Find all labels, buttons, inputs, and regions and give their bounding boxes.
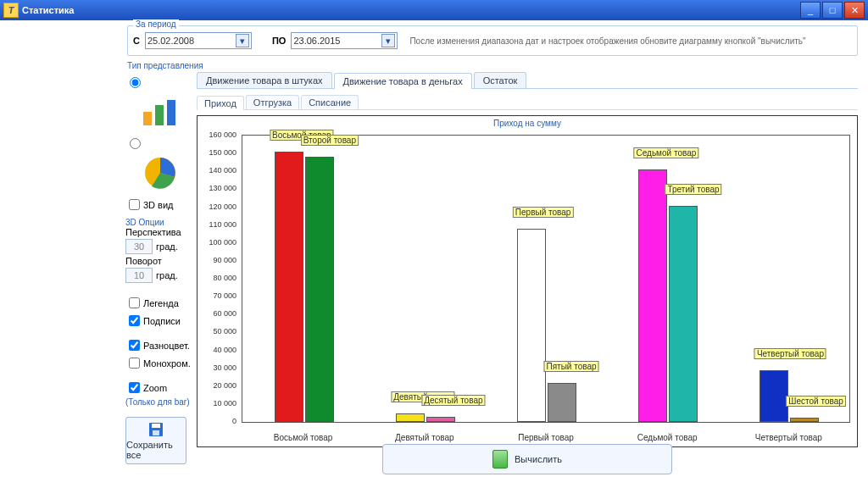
x-group-label: Первый товар <box>518 433 574 442</box>
left-panel: 3D вид 3D Опции Перспектива 30град. Пово… <box>125 71 195 480</box>
svg-rect-0 <box>143 112 152 125</box>
save-label: Сохранить все <box>126 440 186 460</box>
tab-sub-1[interactable]: Отгрузка <box>246 95 299 109</box>
bar[interactable] <box>790 418 819 422</box>
svg-rect-2 <box>167 100 175 125</box>
to-date-input[interactable]: 23.06.2015 ▾ <box>291 32 398 49</box>
y-tick: 80 000 <box>213 274 236 282</box>
maximize-button[interactable]: □ <box>822 2 843 19</box>
save-all-button[interactable]: Сохранить все <box>125 417 186 464</box>
tab-sub-0[interactable]: Приход <box>197 96 244 110</box>
bar-chart-icon <box>136 93 184 130</box>
window-title: Статистика <box>22 5 800 15</box>
from-date-input[interactable]: 25.02.2008 ▾ <box>145 32 252 49</box>
titlebar: Т Статистика _ □ ✕ <box>0 0 868 20</box>
chart-type-bar-radio[interactable] <box>125 75 190 88</box>
app-icon: Т <box>3 3 19 18</box>
bar-label: Первый товар <box>513 207 574 218</box>
y-tick: 90 000 <box>213 256 236 264</box>
svg-rect-6 <box>153 430 159 435</box>
plot-area[interactable]: Восьмой товарВторой товарДевятый товарДе… <box>242 135 850 423</box>
x-group-label: Седьмой товар <box>637 433 698 442</box>
to-date-value: 23.06.2015 <box>293 36 340 46</box>
perspective-label: Перспектива <box>125 227 195 237</box>
calculator-icon <box>492 450 508 469</box>
y-tick: 60 000 <box>213 309 236 318</box>
labels-checkbox[interactable]: Подписи <box>125 313 195 329</box>
y-tick: 70 000 <box>213 291 236 300</box>
y-tick: 40 000 <box>213 346 236 354</box>
opts3d-title: 3D Опции <box>125 218 195 227</box>
tab-top-1[interactable]: Движение товара в деньгах <box>334 73 472 89</box>
bar-label: Пятый товар <box>543 361 598 372</box>
y-axis: 010 00020 00030 00040 00050 00060 00070 … <box>199 135 240 423</box>
bar-label: Четвертый товар <box>754 348 826 359</box>
y-tick: 10 000 <box>213 399 236 408</box>
bar[interactable] <box>548 383 576 422</box>
close-button[interactable]: ✕ <box>844 2 865 19</box>
sub-tabs: ПриходОтгрузкаСписание <box>197 92 858 110</box>
tab-top-2[interactable]: Остаток <box>474 72 527 88</box>
left-section-title: Тип представления <box>127 61 203 70</box>
to-label: ПО <box>272 36 286 46</box>
y-tick: 120 000 <box>209 202 236 211</box>
tab-sub-2[interactable]: Списание <box>301 95 359 109</box>
rotate-spinner[interactable]: 10град. <box>125 268 195 283</box>
rotate-label: Поворот <box>125 256 195 266</box>
y-tick: 50 000 <box>213 327 236 336</box>
zoom-checkbox[interactable]: Zoom <box>125 380 195 396</box>
compute-button[interactable]: Вычислить <box>382 444 672 474</box>
app-window: Т Статистика _ □ ✕ За период С 25.02.200… <box>0 0 868 488</box>
bar[interactable] <box>517 229 546 422</box>
bar[interactable] <box>305 157 334 422</box>
bar[interactable] <box>275 152 303 422</box>
mono-checkbox[interactable]: Монохром. <box>125 355 195 371</box>
svg-rect-1 <box>155 105 164 125</box>
compute-label: Вычислить <box>515 454 562 464</box>
main-panel: Движение товара в штукахДвижение товара … <box>197 69 858 480</box>
from-label: С <box>133 36 140 46</box>
chevron-down-icon[interactable]: ▾ <box>236 34 249 47</box>
y-tick: 20 000 <box>213 381 236 390</box>
bar[interactable] <box>760 370 788 422</box>
view3d-checkbox[interactable]: 3D вид <box>125 197 195 213</box>
bar[interactable] <box>426 417 455 422</box>
period-hint: После изменения диапазона дат и настроек… <box>409 36 805 46</box>
bar[interactable] <box>638 169 667 422</box>
from-date-value: 25.02.2008 <box>147 36 194 46</box>
floppy-icon <box>148 422 164 437</box>
client-area: За период С 25.02.2008 ▾ ПО 23.06.2015 ▾… <box>0 20 868 488</box>
x-group-label: Четвертый товар <box>755 433 822 442</box>
y-tick: 0 <box>232 417 236 425</box>
top-tabs: Движение товара в штукахДвижение товара … <box>197 69 858 89</box>
chart-type-pie-radio[interactable] <box>125 136 190 149</box>
bar[interactable] <box>396 413 425 422</box>
legend-checkbox[interactable]: Легенда <box>125 295 195 311</box>
bar-label: Десятый товар <box>421 395 485 406</box>
chevron-down-icon[interactable]: ▾ <box>381 34 395 47</box>
chart-title: Приход на сумму <box>198 116 857 128</box>
y-tick: 30 000 <box>213 363 236 372</box>
chart-frame: Приход на сумму 010 00020 00030 00040 00… <box>197 115 858 447</box>
perspective-spinner[interactable]: 30град. <box>125 239 195 254</box>
x-group-label: Девятый товар <box>395 433 453 442</box>
period-group: За период С 25.02.2008 ▾ ПО 23.06.2015 ▾… <box>127 25 858 56</box>
bar-label: Третий товар <box>665 184 721 195</box>
multicolor-checkbox[interactable]: Разноцвет. <box>125 337 195 353</box>
y-tick: 160 000 <box>209 130 236 139</box>
zoom-note: (Только для bar) <box>125 397 195 407</box>
bar[interactable] <box>669 206 698 423</box>
y-tick: 150 000 <box>209 148 236 157</box>
y-tick: 110 000 <box>209 220 236 229</box>
y-tick: 100 000 <box>209 238 236 247</box>
x-group-label: Восьмой товар <box>274 433 333 442</box>
bar-label: Второй товар <box>301 135 359 146</box>
pie-chart-icon <box>136 154 184 191</box>
bar-label: Седьмой товар <box>634 147 699 158</box>
bar-label: Шестой товар <box>786 396 845 407</box>
minimize-button[interactable]: _ <box>800 2 821 19</box>
period-group-label: За период <box>133 19 179 29</box>
svg-rect-5 <box>152 424 160 428</box>
y-tick: 130 000 <box>209 184 236 192</box>
tab-top-0[interactable]: Движение товара в штуках <box>197 72 332 88</box>
